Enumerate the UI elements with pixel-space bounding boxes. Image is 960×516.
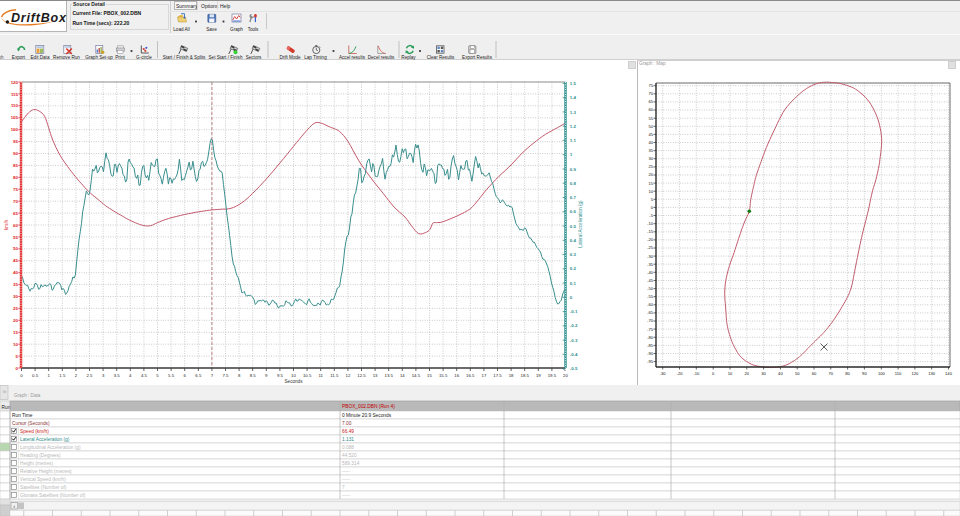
- svg-text:-50: -50: [647, 286, 654, 291]
- svg-text:0.8: 0.8: [570, 181, 577, 186]
- svg-text:Sectors: Sectors: [246, 55, 262, 60]
- svg-text:35: 35: [648, 148, 653, 153]
- svg-text:10.5: 10.5: [303, 373, 312, 378]
- svg-text:‹: ‹: [13, 503, 15, 509]
- svg-text:90: 90: [13, 151, 18, 156]
- svg-text:Satellites (Number of): Satellites (Number of): [20, 485, 67, 490]
- svg-text:7.5: 7.5: [223, 373, 230, 378]
- svg-text:1.2: 1.2: [570, 124, 577, 129]
- svg-text:40: 40: [648, 140, 653, 145]
- svg-text:20: 20: [563, 373, 568, 378]
- svg-text:11.5: 11.5: [330, 373, 339, 378]
- svg-text:1.3: 1.3: [570, 110, 577, 115]
- svg-text:-0.3: -0.3: [570, 338, 578, 343]
- svg-text:-25: -25: [647, 245, 654, 250]
- svg-text:Drift Mode: Drift Mode: [279, 55, 301, 60]
- svg-text:45: 45: [13, 258, 18, 263]
- svg-text:Lap Timing: Lap Timing: [304, 55, 327, 60]
- svg-text:115: 115: [11, 92, 19, 97]
- svg-text:0.6: 0.6: [570, 209, 577, 214]
- svg-text:70: 70: [648, 91, 653, 96]
- svg-text:60: 60: [13, 223, 18, 228]
- svg-text:60: 60: [812, 371, 817, 376]
- svg-text:65: 65: [13, 211, 18, 216]
- svg-text:Cursor (Seconds): Cursor (Seconds): [12, 421, 50, 426]
- svg-text:-----: -----: [342, 477, 350, 482]
- svg-text:0.1: 0.1: [570, 281, 577, 286]
- svg-text:Accel results: Accel results: [339, 55, 366, 60]
- svg-text:-----: -----: [342, 493, 350, 498]
- svg-text:35: 35: [13, 282, 18, 287]
- svg-text:Export Results: Export Results: [462, 55, 493, 60]
- svg-text:9.5: 9.5: [277, 373, 284, 378]
- svg-text:-20: -20: [647, 237, 654, 242]
- svg-text:40: 40: [778, 371, 783, 376]
- svg-text:PBOX_002.DBN (Run 4): PBOX_002.DBN (Run 4): [342, 404, 395, 409]
- svg-text:ph: ph: [0, 55, 4, 60]
- svg-text:100: 100: [11, 127, 19, 132]
- svg-text:Lateral Acceleration (g): Lateral Acceleration (g): [578, 200, 583, 248]
- svg-text:8.5: 8.5: [250, 373, 257, 378]
- svg-text:-80: -80: [647, 335, 654, 340]
- svg-text:0.4: 0.4: [570, 238, 577, 243]
- svg-text:90: 90: [862, 371, 867, 376]
- svg-text:0.5: 0.5: [570, 224, 577, 229]
- svg-text:12: 12: [346, 373, 351, 378]
- svg-text:14.5: 14.5: [412, 373, 421, 378]
- svg-text:140: 140: [945, 371, 953, 376]
- svg-text:105: 105: [11, 115, 19, 120]
- svg-text:120: 120: [11, 80, 19, 85]
- svg-text:20: 20: [13, 318, 18, 323]
- svg-text:Graph Set-up: Graph Set-up: [85, 55, 113, 60]
- svg-text:50: 50: [648, 124, 653, 129]
- svg-text:Height (metres): Height (metres): [20, 461, 53, 466]
- svg-text:55: 55: [13, 235, 18, 240]
- svg-text:Heading (Degrees): Heading (Degrees): [20, 453, 61, 458]
- svg-text:13: 13: [373, 373, 378, 378]
- svg-text:60: 60: [648, 107, 653, 112]
- svg-text:15.5: 15.5: [439, 373, 448, 378]
- svg-text:85: 85: [13, 163, 18, 168]
- svg-text:-90: -90: [647, 351, 654, 356]
- svg-text:25: 25: [13, 306, 18, 311]
- svg-text:1.1: 1.1: [570, 138, 577, 143]
- svg-text:-15: -15: [647, 229, 654, 234]
- svg-text:18.5: 18.5: [521, 373, 530, 378]
- svg-text:17.5: 17.5: [493, 373, 502, 378]
- svg-text:Relative Height (metres): Relative Height (metres): [20, 469, 72, 474]
- svg-text:-----: -----: [342, 469, 350, 474]
- svg-text:45: 45: [648, 132, 653, 137]
- svg-text:-60: -60: [647, 302, 654, 307]
- svg-text:5.5: 5.5: [168, 373, 175, 378]
- svg-text:-0.1: -0.1: [570, 309, 578, 314]
- svg-text:-70: -70: [647, 318, 654, 323]
- svg-text:30: 30: [648, 156, 653, 161]
- svg-text:Export: Export: [12, 55, 26, 60]
- svg-text:Decel results: Decel results: [368, 55, 395, 60]
- svg-text:0.3: 0.3: [570, 252, 577, 257]
- svg-text:1.5: 1.5: [59, 373, 66, 378]
- svg-text:-30: -30: [660, 371, 667, 376]
- svg-text:19.5: 19.5: [548, 373, 557, 378]
- svg-text:Seconds: Seconds: [285, 379, 304, 384]
- svg-text:-40: -40: [647, 270, 654, 275]
- svg-text:Set Start / Finish: Set Start / Finish: [209, 55, 243, 60]
- svg-text:-10: -10: [647, 221, 654, 226]
- svg-text:25: 25: [648, 164, 653, 169]
- svg-text:-75: -75: [647, 327, 654, 332]
- svg-text:70: 70: [829, 371, 834, 376]
- svg-text:30: 30: [13, 294, 18, 299]
- svg-text:G-circle: G-circle: [136, 55, 152, 60]
- svg-text:17: 17: [482, 373, 487, 378]
- svg-text:Replay: Replay: [401, 55, 416, 60]
- svg-text:130: 130: [928, 371, 936, 376]
- svg-text:120: 120: [911, 371, 919, 376]
- svg-text:Lateral Acceleration (g): Lateral Acceleration (g): [20, 437, 70, 442]
- svg-text:75: 75: [648, 83, 653, 88]
- svg-text:2.5: 2.5: [87, 373, 94, 378]
- svg-text:-95: -95: [647, 359, 654, 364]
- svg-text:Longitudinal Acceleration (g): Longitudinal Acceleration (g): [20, 445, 81, 450]
- svg-text:1.5: 1.5: [570, 81, 577, 86]
- svg-text:7.00: 7.00: [342, 421, 352, 426]
- svg-text:16.5: 16.5: [466, 373, 475, 378]
